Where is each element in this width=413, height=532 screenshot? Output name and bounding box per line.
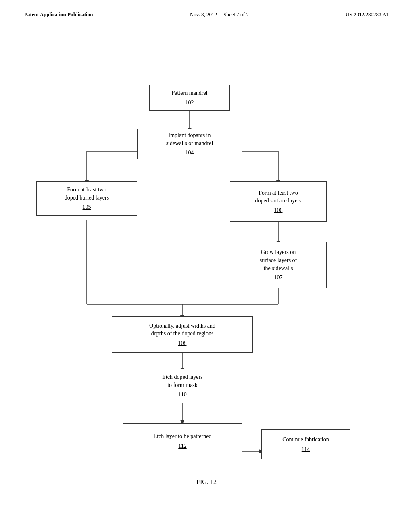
box-107-ref: 107 — [274, 274, 283, 282]
box-110-ref: 110 — [178, 391, 186, 399]
box-106-ref: 106 — [274, 206, 283, 214]
box-112-ref: 112 — [178, 442, 186, 450]
box-102-ref: 102 — [186, 99, 194, 107]
box-106-text: Form at least twodoped surface layers — [255, 189, 301, 205]
header-publication-label: Patent Application Publication — [24, 11, 93, 18]
box-108: Optionally, adjust widths anddepths of t… — [112, 316, 253, 353]
header-date: Nov. 8, 2012 — [190, 11, 217, 17]
box-104-ref: 104 — [186, 149, 194, 157]
page-header: Patent Application Publication Nov. 8, 2… — [0, 0, 413, 22]
box-110: Etch doped layersto form mask 110 — [125, 369, 240, 403]
box-108-text: Optionally, adjust widths anddepths of t… — [149, 322, 215, 338]
box-114-ref: 114 — [302, 445, 310, 453]
box-112-text: Etch layer to be patterned — [154, 432, 212, 441]
header-patent-number: US 2012/280283 A1 — [346, 11, 389, 18]
box-110-text: Etch doped layersto form mask — [162, 373, 202, 389]
box-108-ref: 108 — [178, 339, 187, 347]
box-112: Etch layer to be patterned 112 — [123, 423, 242, 459]
box-102-text: Pattern mandrel — [171, 89, 207, 97]
header-date-sheet: Nov. 8, 2012 Sheet 7 of 7 — [190, 11, 249, 18]
diagram-area: Pattern mandrel 102 Implant dopants insi… — [0, 22, 413, 498]
box-104-text: Implant dopants insidewalls of mandrel — [166, 131, 213, 147]
box-107-text: Grow layers onsurface layers ofthe sidew… — [260, 248, 297, 272]
box-105: Form at least twodoped buried layers 105 — [36, 181, 137, 216]
box-105-ref: 105 — [83, 203, 91, 211]
box-114-text: Continue fabrication — [282, 436, 329, 444]
box-105-text: Form at least twodoped buried layers — [65, 186, 109, 202]
box-114: Continue fabrication 114 — [261, 429, 350, 459]
figure-caption: FIG. 12 — [196, 478, 217, 486]
box-106: Form at least twodoped surface layers 10… — [230, 181, 327, 222]
box-104: Implant dopants insidewalls of mandrel 1… — [137, 129, 242, 159]
box-102: Pattern mandrel 102 — [149, 85, 230, 111]
header-sheet: Sheet 7 of 7 — [223, 11, 248, 17]
box-107: Grow layers onsurface layers ofthe sidew… — [230, 242, 327, 288]
